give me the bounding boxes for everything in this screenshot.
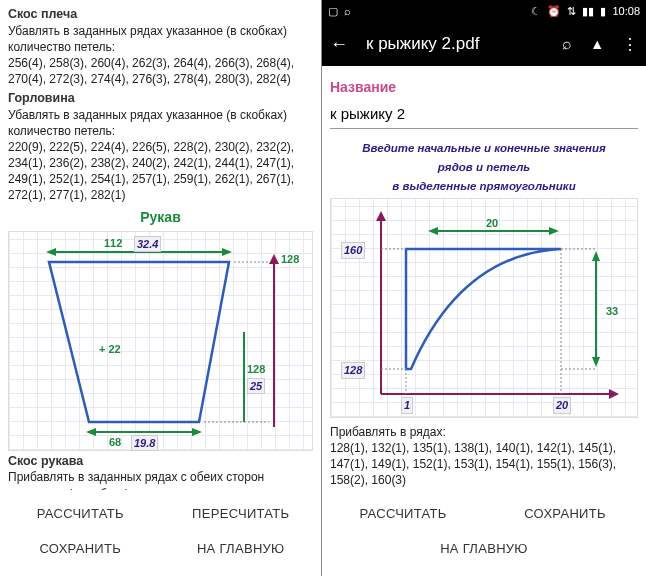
- svg-marker-27: [592, 357, 600, 367]
- app-bar: ← к рыжику 2.pdf ⌕ ▲ ⋮: [322, 22, 646, 66]
- svg-marker-24: [549, 227, 559, 235]
- svg-marker-4: [86, 428, 96, 436]
- x-start[interactable]: 1: [401, 397, 413, 414]
- battery-icon: ▮: [600, 5, 606, 18]
- height: 128: [247, 362, 265, 377]
- right-content: Название Введите начальные и конечные зн…: [322, 66, 646, 490]
- svg-marker-15: [609, 389, 619, 399]
- search-icon[interactable]: ⌕: [562, 35, 572, 53]
- hint2: рядов и петель: [330, 160, 638, 175]
- home-button-r[interactable]: НА ГЛАВНУЮ: [322, 531, 646, 566]
- back-icon[interactable]: ←: [330, 34, 348, 55]
- pribavlyat-title: Прибавлять в рядах:: [330, 424, 638, 440]
- y-end[interactable]: 160: [341, 242, 365, 259]
- moon-icon: ☾: [531, 5, 541, 18]
- pribavlyat-rows: 128(1), 132(1), 135(1), 138(1), 140(1), …: [330, 440, 638, 489]
- height-cm: 25: [247, 378, 265, 395]
- y-start[interactable]: 128: [341, 362, 365, 379]
- gorlovina-rows: 220(9), 222(5), 224(4), 226(5), 228(2), …: [8, 139, 313, 204]
- name-label: Название: [330, 78, 638, 97]
- skos-plecha-rows: 256(4), 258(3), 260(4), 262(3), 264(4), …: [8, 55, 313, 87]
- right-screen: ▢ ⌕ ☾ ⏰ ⇅ ▮▮ ▮ 10:08 ← к рыжику 2.pdf ⌕ …: [322, 0, 646, 576]
- status-bar: ▢ ⌕ ☾ ⏰ ⇅ ▮▮ ▮ 10:08: [322, 0, 646, 22]
- right-buttons: РАССЧИТАТЬ СОХРАНИТЬ НА ГЛАВНУЮ: [322, 490, 646, 576]
- hint3: в выделенные прямоугольники: [330, 179, 638, 194]
- top-width-cm: 32.4: [134, 236, 161, 253]
- calc-button-r[interactable]: РАССЧИТАТЬ: [322, 496, 484, 531]
- skos-rukava-text: Прибавлять в заданных рядах с обеих стор…: [8, 469, 313, 490]
- svg-marker-7: [46, 248, 56, 256]
- bottom-width-cm: 19.8: [131, 435, 158, 452]
- clock: 10:08: [612, 5, 640, 17]
- recalc-button[interactable]: ПЕРЕСЧИТАТЬ: [161, 496, 322, 531]
- skos-plecha-title: Скос плеча: [8, 6, 313, 23]
- calc-button[interactable]: РАССЧИТАТЬ: [0, 496, 161, 531]
- gorlovina-title: Горловина: [8, 90, 313, 107]
- svg-marker-0: [49, 262, 229, 422]
- drive-icon[interactable]: ▲: [590, 36, 604, 52]
- alarm-icon: ⏰: [547, 5, 561, 18]
- svg-marker-13: [376, 211, 386, 221]
- increase: + 22: [99, 342, 121, 357]
- svg-marker-26: [592, 251, 600, 261]
- home-button[interactable]: НА ГЛАВНУЮ: [161, 531, 322, 566]
- hint1: Введите начальные и конечные значения: [330, 141, 638, 156]
- gorlovina-text: Убавлять в заданных рядах указанное (в с…: [8, 107, 313, 139]
- right-height: 128: [281, 252, 299, 267]
- svg-marker-2: [269, 254, 279, 264]
- left-screen: Скос плеча Убавлять в заданных рядах ука…: [0, 0, 322, 576]
- app-title: к рыжику 2.pdf: [366, 34, 544, 54]
- more-icon[interactable]: ⋮: [622, 35, 638, 54]
- svg-marker-8: [222, 248, 232, 256]
- top-width: 112: [104, 236, 122, 251]
- search-small-icon: ⌕: [344, 5, 351, 17]
- name-input[interactable]: [330, 101, 638, 129]
- left-content: Скос плеча Убавлять в заданных рядах ука…: [0, 0, 321, 490]
- right-span: 33: [606, 304, 618, 319]
- svg-marker-5: [192, 428, 202, 436]
- skos-rukava-title: Скос рукава: [8, 453, 313, 470]
- save-button[interactable]: СОХРАНИТЬ: [0, 531, 161, 566]
- graph-title-rukav: Рукав: [8, 208, 313, 227]
- curve-graph: 160 128 1 20 20 33: [330, 198, 638, 418]
- skos-plecha-text: Убавлять в заданных рядах указанное (в с…: [8, 23, 313, 55]
- x-end[interactable]: 20: [553, 397, 571, 414]
- left-buttons: РАССЧИТАТЬ ПЕРЕСЧИТАТЬ СОХРАНИТЬ НА ГЛАВ…: [0, 490, 321, 576]
- top-span: 20: [486, 216, 498, 231]
- svg-marker-23: [428, 227, 438, 235]
- signal-icon: ▮▮: [582, 5, 594, 18]
- bottom-width: 68: [109, 435, 121, 450]
- wifi-icon: ⇅: [567, 5, 576, 18]
- image-icon: ▢: [328, 5, 338, 18]
- save-button-r[interactable]: СОХРАНИТЬ: [484, 496, 646, 531]
- sleeve-graph: 112 32.4 128 + 22 128 25 68 19.8: [8, 231, 313, 451]
